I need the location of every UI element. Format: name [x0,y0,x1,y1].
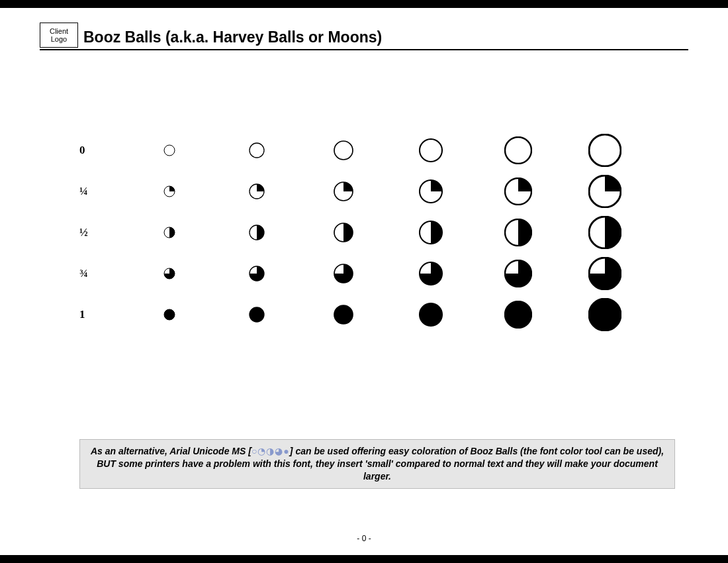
harvey-ball-icon [561,216,649,249]
harvey-ball-icon [300,305,387,325]
harvey-ball-icon [126,309,213,321]
harvey-ball-icon [387,262,475,285]
harvey-ball-icon [475,136,562,164]
harvey-ball-icon [561,175,649,208]
header-bar: Client Logo Booz Balls (a.k.a. Harvey Ba… [40,23,688,50]
harvey-ball-grid: 0¼½¾1 [79,130,649,335]
row-label: 0 [79,144,126,157]
row-label: 1 [79,308,126,321]
client-logo-placeholder: Client Logo [40,23,78,48]
harvey-ball-icon [300,181,387,201]
alternative-font-note: As an alternative, Arial Unicode MS [○◔◑… [79,439,675,489]
harvey-ball-icon [213,266,300,282]
row-label: ¼ [79,185,126,198]
harvey-ball-icon [300,223,387,242]
harvey-ball-icon [475,260,562,287]
harvey-ball-icon [561,257,649,290]
unicode-glyph-sample: ○◔◑◕● [251,446,290,456]
grid-row: ¾ [79,253,649,294]
harvey-ball-icon [561,134,649,167]
grid-row: 1 [79,294,649,335]
slide: Client Logo Booz Balls (a.k.a. Harvey Ba… [0,8,728,555]
row-label: ¾ [79,267,126,280]
harvey-ball-icon [213,225,300,240]
note-text-before: As an alternative, Arial Unicode MS [ [91,446,251,456]
harvey-ball-icon [126,268,213,280]
svg-point-5 [589,134,621,166]
harvey-ball-icon [475,219,562,246]
harvey-ball-icon [475,178,562,205]
svg-point-4 [505,137,531,164]
grid-row: 0 [79,130,649,171]
svg-point-3 [420,139,442,162]
harvey-ball-icon [475,301,562,329]
harvey-ball-icon [126,227,213,238]
svg-point-1 [250,143,264,158]
page-number: - 0 - [0,534,728,543]
harvey-ball-icon [213,142,300,158]
svg-point-2 [334,141,353,160]
page-title: Booz Balls (a.k.a. Harvey Balls or Moons… [83,28,382,46]
row-label: ½ [79,226,126,239]
harvey-ball-icon [387,179,475,203]
grid-row: ½ [79,212,649,253]
harvey-ball-icon [213,183,300,199]
grid-row: ¼ [79,171,649,212]
harvey-ball-icon [387,221,475,244]
harvey-ball-icon [213,307,300,323]
harvey-ball-icon [387,138,475,162]
svg-point-0 [164,145,175,156]
harvey-ball-icon [561,298,649,331]
harvey-ball-icon [387,303,475,327]
harvey-ball-icon [126,185,213,197]
harvey-ball-icon [300,140,387,160]
harvey-ball-icon [126,144,213,156]
harvey-ball-icon [300,264,387,283]
